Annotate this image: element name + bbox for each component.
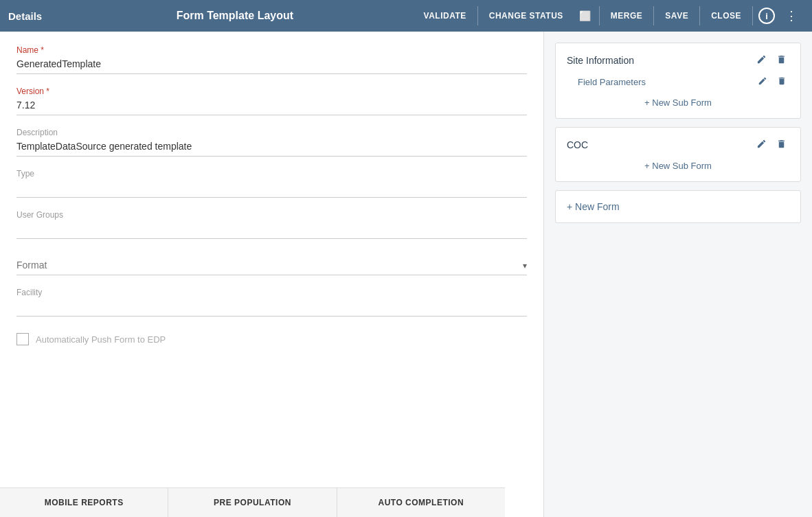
divider-4 [699, 6, 700, 25]
sub-form-name-field-parameters: Field Parameters [578, 77, 646, 87]
form-actions-coc [754, 137, 789, 152]
facility-input[interactable] [16, 301, 527, 317]
right-panel: Site Information Field Par [544, 32, 812, 517]
user-groups-input[interactable] [16, 223, 527, 239]
facility-label: Facility [16, 288, 527, 297]
new-sub-form-button-site-information[interactable]: + New Sub Form [644, 97, 712, 108]
delete-field-parameters-button[interactable] [774, 75, 789, 89]
version-label: Version * [16, 87, 527, 96]
new-sub-form-row-coc: + New Sub Form [567, 159, 789, 172]
description-input[interactable] [16, 141, 527, 157]
format-input[interactable] [16, 260, 523, 275]
form-actions-site-information [754, 53, 789, 68]
auto-completion-button[interactable]: AUTO COMPLETION [337, 488, 505, 517]
auto-push-checkbox[interactable] [16, 333, 29, 345]
format-dropdown-arrow[interactable]: ▾ [523, 261, 527, 273]
user-groups-label: User Groups [16, 210, 527, 220]
divider-3 [653, 6, 654, 25]
form-name-coc: COC [567, 139, 588, 150]
new-form-button[interactable]: + New Form [567, 201, 620, 212]
left-panel: Name * Version * Description Type User G… [0, 32, 544, 517]
pre-population-button[interactable]: PRE POPULATION [168, 488, 337, 517]
pencil-icon [756, 139, 767, 149]
more-options-button[interactable]: ⋮ [779, 3, 804, 28]
pencil-icon [756, 54, 767, 65]
info-icon: i [758, 8, 775, 24]
form-row-coc: COC [567, 137, 789, 152]
new-form-card[interactable]: + New Form [555, 190, 801, 223]
user-groups-field-group: User Groups [16, 210, 527, 239]
name-field-group: Name * [16, 45, 527, 74]
export-icon: ⬜ [579, 10, 591, 21]
divider-5 [752, 6, 753, 25]
edit-field-parameters-button[interactable] [755, 75, 770, 89]
auto-push-label: Automatically Push Form to EDP [36, 334, 166, 345]
type-field-group: Type [16, 169, 527, 198]
facility-field-group: Facility [16, 288, 527, 317]
export-icon-button[interactable]: ⬜ [573, 3, 598, 28]
edit-coc-button[interactable] [754, 137, 769, 152]
new-sub-form-row-site-information: + New Sub Form [567, 96, 789, 108]
form-row-site-information: Site Information [567, 53, 789, 68]
details-label: Details [8, 10, 56, 22]
form-card-coc: COC + New Sub Form [555, 127, 801, 182]
more-icon: ⋮ [785, 8, 798, 23]
pencil-icon [758, 76, 767, 86]
trash-icon [777, 76, 787, 86]
sub-form-row-field-parameters: Field Parameters [567, 75, 789, 89]
trash-icon [776, 139, 787, 149]
close-button[interactable]: CLOSE [701, 7, 751, 25]
divider-1 [477, 6, 478, 25]
trash-icon [776, 54, 787, 65]
name-label: Name * [16, 45, 527, 55]
new-sub-form-button-coc[interactable]: + New Sub Form [644, 161, 712, 171]
sub-form-actions-field-parameters [755, 75, 789, 89]
version-input[interactable] [16, 100, 527, 115]
change-status-button[interactable]: CHANGE STATUS [480, 7, 573, 25]
divider-2 [599, 6, 600, 25]
validate-button[interactable]: VALIDATE [414, 7, 476, 25]
version-field-group: Version * [16, 87, 527, 115]
delete-site-information-button[interactable] [774, 53, 789, 68]
name-input[interactable] [16, 58, 527, 74]
merge-button[interactable]: MERGE [601, 7, 653, 25]
format-row: ▾ [16, 260, 527, 275]
edit-site-information-button[interactable] [754, 53, 769, 68]
description-field-group: Description [16, 128, 527, 157]
main-content: Name * Version * Description Type User G… [0, 32, 812, 517]
save-button[interactable]: SAVE [655, 7, 698, 25]
page-title: Form Template Layout [56, 10, 414, 22]
format-field-group: ▾ [16, 260, 527, 275]
description-label: Description [16, 128, 527, 137]
form-card-site-information: Site Information Field Par [555, 43, 801, 119]
type-label: Type [16, 169, 527, 179]
mobile-reports-button[interactable]: MOBILE REPORTS [0, 488, 168, 517]
form-name-site-information: Site Information [567, 55, 634, 66]
auto-push-checkbox-row: Automatically Push Form to EDP [16, 333, 527, 345]
bottom-bar: MOBILE REPORTS PRE POPULATION AUTO COMPL… [0, 487, 505, 517]
delete-coc-button[interactable] [774, 137, 789, 152]
type-input[interactable] [16, 182, 527, 198]
info-icon-button[interactable]: i [754, 3, 779, 28]
header: Details Form Template Layout VALIDATE CH… [0, 0, 812, 32]
